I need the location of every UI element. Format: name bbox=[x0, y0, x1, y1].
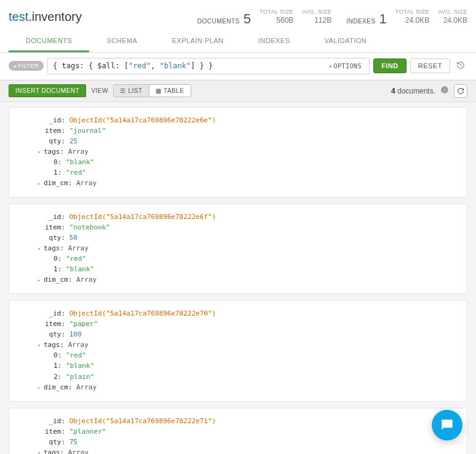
stat-total-size-value: 560B bbox=[260, 15, 293, 26]
insert-document-button[interactable]: INSERT DOCUMENT bbox=[9, 84, 86, 97]
svg-line-1 bbox=[461, 65, 462, 66]
doc-field: item: "planner" bbox=[45, 426, 458, 437]
doc-field: qty: 100 bbox=[45, 329, 458, 340]
document-card[interactable]: _id: ObjectId("5a14a17ca769896e78222e70"… bbox=[9, 300, 467, 401]
filter-bar: FILTER { tags: { $all: ["red", "blank"] … bbox=[0, 53, 476, 80]
caret-down-icon[interactable]: ▾ bbox=[38, 342, 44, 349]
doc-field: ▾tags: Array bbox=[45, 146, 458, 157]
filter-input[interactable]: { tags: { $all: ["red", "blank"] } } OPT… bbox=[47, 58, 370, 74]
doc-field: _id: ObjectId("5a14a17ca769896e78222e6e"… bbox=[45, 115, 458, 125]
doc-field: qty: 75 bbox=[45, 437, 458, 447]
view-table-button[interactable]: ▦ TABLE bbox=[149, 85, 191, 97]
doc-field: item: "journal" bbox=[45, 125, 458, 136]
table-icon: ▦ bbox=[156, 87, 162, 94]
stat-indexes-label: INDEXES bbox=[346, 18, 375, 26]
doc-field: ▾tags: Array bbox=[45, 447, 458, 454]
list-icon: ☰ bbox=[120, 87, 126, 94]
doc-field: _id: ObjectId("5a14a17ca769896e78222e6f"… bbox=[45, 212, 458, 222]
result-count: 4 documents. bbox=[391, 87, 435, 95]
doc-field: 0: "red" bbox=[45, 253, 458, 264]
stat-idx-total-size-value: 24.0KB bbox=[395, 15, 429, 26]
view-list-button[interactable]: ☰ LIST bbox=[114, 85, 149, 97]
header: test.inventory DOCUMENTS 5 TOTAL SIZE 56… bbox=[0, 0, 476, 31]
tab-explain-plan[interactable]: EXPLAIN PLAN bbox=[154, 31, 240, 52]
caret-right-icon[interactable]: ▸ bbox=[38, 384, 44, 392]
caret-down-icon[interactable]: ▾ bbox=[38, 149, 44, 156]
document-card[interactable]: _id: ObjectId("5a14a17ca769896e78222e6f"… bbox=[9, 204, 467, 294]
document-card[interactable]: _id: ObjectId("5a14a17ca769896e78222e6e"… bbox=[9, 107, 467, 197]
caret-right-icon[interactable]: ▸ bbox=[38, 180, 44, 188]
stat-idx-total-size-label: TOTAL SIZE bbox=[395, 9, 429, 15]
reset-button[interactable]: RESET bbox=[410, 58, 450, 73]
refresh-button[interactable] bbox=[454, 84, 467, 98]
doc-field: ▾tags: Array bbox=[45, 340, 458, 350]
history-icon[interactable] bbox=[454, 58, 467, 74]
namespace-collection: .inventory bbox=[28, 10, 82, 23]
doc-field: 0: "red" bbox=[45, 350, 458, 360]
collection-stats: DOCUMENTS 5 TOTAL SIZE 560B AVG. SIZE 11… bbox=[197, 9, 467, 26]
filter-query: { tags: { $all: ["red", "blank"] } } bbox=[53, 62, 327, 70]
doc-field: 1: "red" bbox=[45, 167, 458, 178]
caret-down-icon[interactable]: ▾ bbox=[38, 245, 44, 253]
doc-field: _id: ObjectId("5a14a17ca769896e78222e71"… bbox=[45, 416, 458, 426]
namespace-db: test bbox=[9, 10, 28, 23]
tab-schema[interactable]: SCHEMA bbox=[89, 31, 154, 52]
doc-field: qty: 50 bbox=[45, 233, 458, 243]
stat-idx-avg-size-label: AVG. SIZE bbox=[438, 9, 467, 15]
caret-right-icon[interactable]: ▸ bbox=[38, 277, 44, 284]
tab-documents[interactable]: DOCUMENTS bbox=[9, 31, 89, 52]
doc-field: 0: "blank" bbox=[45, 157, 458, 167]
caret-down-icon[interactable]: ▾ bbox=[38, 450, 44, 454]
toolbar: INSERT DOCUMENT VIEW ☰ LIST ▦ TABLE 4 do… bbox=[0, 80, 476, 102]
tabs: DOCUMENTS SCHEMA EXPLAIN PLAN INDEXES VA… bbox=[0, 31, 476, 53]
doc-field: ▾tags: Array bbox=[45, 243, 458, 253]
doc-field: 1: "blank" bbox=[45, 360, 458, 371]
doc-field: _id: ObjectId("5a14a17ca769896e78222e70"… bbox=[45, 308, 458, 319]
doc-field: item: "paper" bbox=[45, 319, 458, 329]
tab-indexes[interactable]: INDEXES bbox=[241, 31, 307, 52]
namespace: test.inventory bbox=[9, 10, 82, 24]
stat-idx-avg-size-value: 24.0KB bbox=[438, 15, 467, 26]
doc-field: 2: "plain" bbox=[45, 372, 458, 382]
find-button[interactable]: FIND bbox=[373, 58, 407, 73]
document-card[interactable]: _id: ObjectId("5a14a17ca769896e78222e71"… bbox=[9, 408, 467, 454]
info-icon[interactable]: i bbox=[440, 86, 449, 96]
filter-pill[interactable]: FILTER bbox=[9, 61, 44, 71]
doc-field: ▸dim_cm: Array bbox=[45, 178, 458, 188]
doc-field: qty: 25 bbox=[45, 136, 458, 146]
view-segment: ☰ LIST ▦ TABLE bbox=[113, 84, 191, 97]
stat-total-size-label: TOTAL SIZE bbox=[260, 9, 293, 15]
documents-list: _id: ObjectId("5a14a17ca769896e78222e6e"… bbox=[0, 102, 476, 454]
stat-indexes-value: 1 bbox=[379, 12, 387, 26]
stat-avg-size-label: AVG. SIZE bbox=[302, 9, 331, 15]
chat-fab[interactable] bbox=[432, 410, 462, 440]
doc-field: 1: "blank" bbox=[45, 264, 458, 274]
stat-avg-size-value: 112B bbox=[302, 15, 331, 26]
stat-documents-label: DOCUMENTS bbox=[197, 18, 240, 26]
doc-field: item: "notebook" bbox=[45, 222, 458, 233]
tab-validation[interactable]: VALIDATION bbox=[307, 31, 384, 52]
options-button[interactable]: OPTIONS bbox=[327, 62, 364, 71]
doc-field: ▸dim_cm: Array bbox=[45, 382, 458, 392]
stat-documents-value: 5 bbox=[244, 12, 251, 26]
doc-field: ▸dim_cm: Array bbox=[45, 274, 458, 285]
view-label: VIEW bbox=[91, 87, 108, 94]
